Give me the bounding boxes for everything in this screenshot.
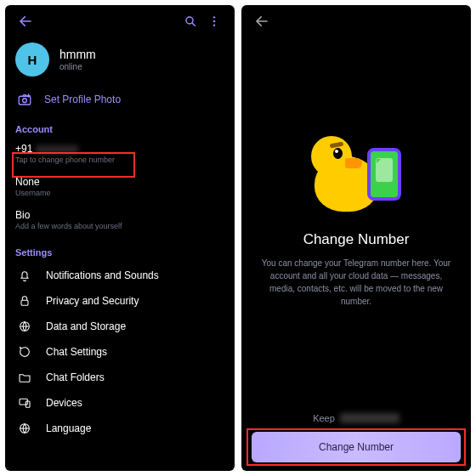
chat-icon — [15, 345, 34, 359]
account-bio-hint: Add a few words about yourself — [15, 222, 224, 230]
account-username-value: None — [15, 176, 224, 188]
lock-icon — [15, 294, 34, 308]
topbar — [5, 5, 235, 37]
settings-label: Chat Settings — [46, 346, 107, 358]
topbar — [241, 5, 471, 37]
account-phone-hint: Tap to change phone number — [15, 156, 224, 164]
svg-point-5 — [213, 24, 215, 26]
sim-card-icon — [367, 148, 401, 201]
svg-point-4 — [213, 20, 215, 22]
change-number-screen: Change Number You can change your Telegr… — [241, 5, 471, 471]
settings-screen: H hmmm online Set Profile Photo Account … — [5, 5, 235, 471]
change-number-title: Change Number — [303, 231, 410, 248]
settings-data[interactable]: Data and Storage — [5, 314, 235, 339]
settings-label: Privacy and Security — [46, 295, 139, 307]
svg-point-7 — [23, 99, 27, 103]
back-icon[interactable] — [14, 9, 37, 33]
account-phone[interactable]: +91 Tap to change phone number — [5, 138, 235, 171]
profile-name: hmmm — [60, 48, 96, 61]
account-username-hint: Username — [15, 189, 224, 197]
settings-label: Chat Folders — [46, 371, 105, 383]
account-username[interactable]: None Username — [5, 171, 235, 204]
settings-devices[interactable]: Devices — [5, 390, 235, 416]
section-account: Account — [5, 119, 235, 138]
avatar: H — [15, 42, 49, 76]
folder-icon — [15, 371, 34, 384]
data-icon — [15, 320, 34, 333]
settings-notifications[interactable]: Notifications and Sounds — [5, 263, 235, 288]
more-icon[interactable] — [202, 9, 226, 33]
settings-label: Devices — [46, 397, 82, 409]
settings-label: Language — [46, 422, 91, 434]
settings-list: Notifications and Sounds Privacy and Sec… — [5, 261, 235, 443]
settings-privacy[interactable]: Privacy and Security — [5, 288, 235, 314]
bell-icon — [15, 269, 34, 282]
keep-number-link[interactable]: Keep — [313, 413, 400, 423]
svg-rect-10 — [21, 300, 28, 305]
settings-folders[interactable]: Chat Folders — [5, 365, 235, 390]
settings-label: Data and Storage — [46, 320, 126, 332]
account-bio[interactable]: Bio Add a few words about yourself — [5, 204, 235, 237]
globe-icon — [15, 422, 34, 435]
change-number-button[interactable]: Change Number — [252, 432, 461, 462]
section-settings: Settings — [5, 242, 235, 261]
svg-point-3 — [213, 16, 215, 18]
account-bio-value: Bio — [15, 209, 224, 221]
svg-rect-6 — [19, 96, 31, 105]
duck-illustration — [309, 139, 403, 216]
svg-line-2 — [192, 23, 195, 26]
profile-row[interactable]: H hmmm online — [5, 37, 235, 85]
back-icon[interactable] — [250, 9, 274, 33]
redacted-number — [36, 145, 78, 154]
search-icon[interactable] — [178, 9, 202, 33]
settings-label: Notifications and Sounds — [46, 269, 159, 281]
settings-language[interactable]: Language — [5, 416, 235, 441]
settings-chat[interactable]: Chat Settings — [5, 339, 235, 365]
set-photo-label: Set Profile Photo — [44, 94, 121, 105]
devices-icon — [15, 396, 34, 410]
profile-status: online — [60, 62, 96, 71]
camera-icon — [17, 92, 32, 107]
set-profile-photo[interactable]: Set Profile Photo — [5, 85, 235, 119]
account-phone-value: +91 — [15, 143, 224, 155]
keep-label: Keep — [313, 413, 335, 423]
redacted-number — [340, 413, 400, 423]
change-number-desc: You can change your Telegram number here… — [260, 257, 452, 308]
